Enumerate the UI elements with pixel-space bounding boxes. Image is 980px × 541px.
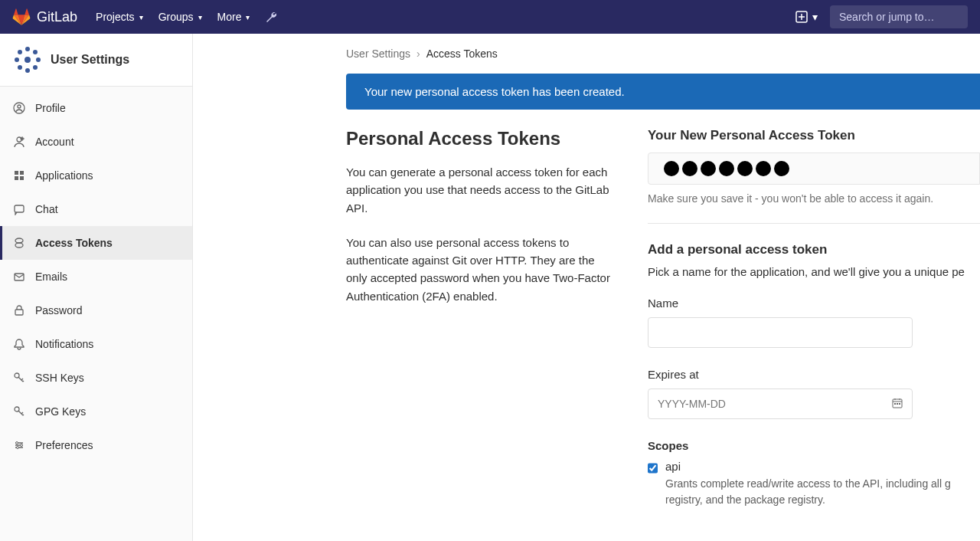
- sidebar-item-profile[interactable]: Profile: [0, 91, 192, 125]
- sidebar-item-label: SSH Keys: [35, 372, 84, 384]
- success-alert: Your new personal access token has been …: [346, 74, 980, 110]
- sidebar-item-label: Chat: [35, 203, 58, 215]
- svg-point-1: [24, 57, 31, 63]
- expires-label: Expires at: [648, 368, 980, 381]
- name-label: Name: [648, 297, 980, 310]
- sidebar-item-chat[interactable]: Chat: [0, 192, 192, 226]
- user-avatar-icon: [12, 44, 43, 75]
- sidebar-header[interactable]: User Settings: [0, 34, 192, 87]
- description-p1: You can generate a personal access token…: [346, 163, 611, 217]
- sidebar-item-label: Emails: [35, 270, 67, 283]
- description-p2: You can also use personal access tokens …: [346, 234, 611, 305]
- svg-point-2: [25, 47, 30, 51]
- sidebar-item-password[interactable]: Password: [0, 293, 192, 327]
- svg-rect-16: [15, 176, 18, 180]
- plus-button[interactable]: ▾: [795, 11, 818, 23]
- name-input[interactable]: [648, 317, 913, 348]
- svg-point-4: [15, 57, 19, 62]
- add-token-sub: Pick a name for the application, and we'…: [648, 265, 980, 278]
- sidebar-item-label: Profile: [35, 102, 66, 114]
- svg-point-26: [21, 444, 23, 447]
- page-title: Personal Access Tokens: [346, 128, 611, 149]
- token-value-field[interactable]: [648, 152, 980, 185]
- add-token-heading: Add a personal access token: [648, 242, 980, 257]
- svg-point-6: [18, 50, 22, 54]
- svg-rect-15: [20, 171, 24, 175]
- divider: [648, 223, 980, 224]
- svg-point-7: [33, 50, 38, 54]
- sidebar-item-label: Notifications: [35, 338, 93, 350]
- svg-point-5: [36, 57, 41, 62]
- svg-rect-17: [20, 176, 24, 180]
- sidebar-item-label: Preferences: [35, 439, 93, 451]
- chevron-down-icon: ▾: [198, 13, 202, 21]
- svg-point-25: [16, 442, 18, 444]
- sidebar-item-notifications[interactable]: Notifications: [0, 327, 192, 361]
- svg-point-3: [25, 68, 30, 73]
- scope-api-checkbox[interactable]: [648, 463, 658, 474]
- top-nav: GitLab Projects▾ Groups▾ More▾ ▾ Search …: [0, 0, 980, 34]
- svg-point-8: [18, 65, 22, 70]
- account-icon: [12, 135, 26, 149]
- svg-point-11: [18, 105, 21, 108]
- sidebar: User Settings ProfileAccountApplications…: [0, 34, 193, 541]
- token-masked: [664, 161, 789, 176]
- preferences-icon: [12, 438, 26, 452]
- svg-rect-14: [15, 171, 18, 175]
- search-input[interactable]: Search or jump to…: [830, 5, 968, 28]
- applications-icon: [12, 169, 26, 182]
- svg-point-20: [15, 243, 23, 248]
- scope-api: api Grants complete read/write access to…: [648, 460, 980, 508]
- chevron-down-icon: ▾: [139, 13, 143, 21]
- nav-projects[interactable]: Projects▾: [96, 11, 143, 23]
- profile-icon: [12, 101, 26, 115]
- password-icon: [12, 303, 26, 317]
- svg-point-12: [17, 137, 21, 142]
- svg-point-27: [17, 447, 19, 449]
- breadcrumb-root[interactable]: User Settings: [346, 48, 410, 60]
- emails-icon: [12, 270, 26, 284]
- chevron-right-icon: ›: [416, 48, 420, 60]
- token-icon: [12, 236, 26, 250]
- sidebar-item-emails[interactable]: Emails: [0, 260, 192, 293]
- key-icon: [12, 371, 26, 385]
- svg-rect-22: [15, 310, 23, 315]
- nav-more[interactable]: More▾: [217, 11, 250, 23]
- gitlab-logo-icon[interactable]: [12, 8, 31, 26]
- new-token-heading: Your New Personal Access Token: [648, 128, 980, 143]
- admin-wrench-icon[interactable]: [265, 11, 277, 23]
- sidebar-item-access-tokens[interactable]: Access Tokens: [0, 226, 192, 260]
- expires-input[interactable]: [648, 389, 913, 419]
- chevron-down-icon: ▾: [246, 13, 250, 21]
- sidebar-item-label: GPG Keys: [35, 405, 86, 418]
- sidebar-item-label: Access Tokens: [35, 237, 113, 249]
- token-hint: Make sure you save it - you won't be abl…: [648, 192, 980, 205]
- scope-api-desc: Grants complete read/write access to the…: [665, 476, 980, 508]
- svg-point-19: [15, 238, 23, 243]
- chat-icon: [12, 202, 26, 216]
- notifications-icon: [12, 337, 26, 351]
- brand-name[interactable]: GitLab: [37, 9, 77, 25]
- svg-point-13: [21, 137, 24, 140]
- breadcrumb-current: Access Tokens: [426, 48, 498, 60]
- sidebar-item-label: Account: [35, 136, 74, 148]
- sidebar-item-label: Password: [35, 304, 82, 316]
- scope-api-name: api: [665, 460, 980, 473]
- svg-point-9: [33, 65, 38, 70]
- content-area: User Settings › Access Tokens Your new p…: [193, 34, 980, 541]
- breadcrumb: User Settings › Access Tokens: [346, 48, 980, 60]
- chevron-down-icon: ▾: [812, 11, 818, 23]
- svg-rect-18: [15, 205, 24, 212]
- sidebar-item-account[interactable]: Account: [0, 125, 192, 159]
- sidebar-item-label: Applications: [35, 169, 93, 182]
- sidebar-item-ssh-keys[interactable]: SSH Keys: [0, 361, 192, 395]
- nav-groups[interactable]: Groups▾: [158, 11, 202, 23]
- key-icon: [12, 405, 26, 418]
- sidebar-item-gpg-keys[interactable]: GPG Keys: [0, 395, 192, 428]
- sidebar-item-applications[interactable]: Applications: [0, 159, 192, 192]
- sidebar-item-preferences[interactable]: Preferences: [0, 428, 192, 462]
- scopes-label: Scopes: [648, 439, 980, 452]
- sidebar-title: User Settings: [51, 53, 129, 67]
